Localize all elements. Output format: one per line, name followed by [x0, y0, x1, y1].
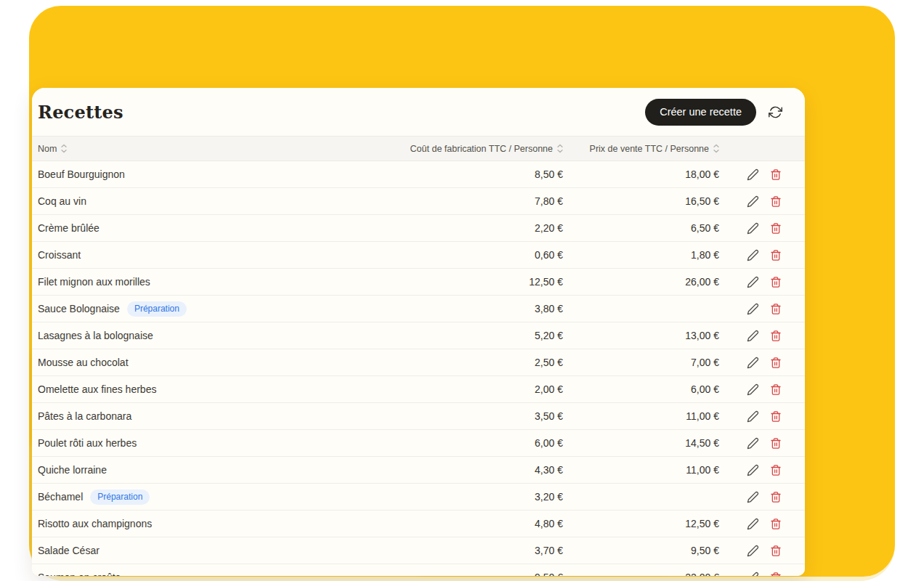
card-header: Recettes Créer une recette [32, 88, 805, 136]
sort-icon [557, 144, 563, 153]
trash-icon [770, 222, 782, 235]
trash-icon [770, 276, 782, 288]
refresh-button[interactable] [768, 105, 783, 120]
price-cell: 14,50 € [580, 437, 737, 449]
create-recipe-button[interactable]: Créer une recette [645, 99, 756, 126]
sort-icon [61, 144, 67, 153]
recipe-name: Filet mignon aux morilles [38, 276, 150, 288]
delete-recipe-button[interactable] [770, 383, 782, 396]
edit-recipe-button[interactable] [747, 168, 759, 181]
edit-recipe-button[interactable] [747, 330, 759, 342]
delete-recipe-button[interactable] [770, 303, 782, 315]
column-header-cout-fabrication[interactable]: Coût de fabrication TTC / Personne [406, 144, 580, 154]
actions-cell [737, 572, 805, 577]
column-header-nom[interactable]: Nom [32, 144, 406, 154]
recipe-name: Croissant [38, 249, 81, 261]
edit-recipe-button[interactable] [747, 357, 759, 369]
preparation-badge: Préparation [90, 489, 150, 505]
recipe-name: Béchamel [38, 491, 83, 503]
cost-cell: 12,50 € [406, 276, 580, 288]
delete-recipe-button[interactable] [770, 545, 782, 557]
edit-recipe-button[interactable] [747, 491, 759, 503]
cost-cell: 7,80 € [406, 195, 580, 207]
trash-icon [770, 357, 782, 369]
delete-recipe-button[interactable] [770, 330, 782, 342]
price-cell: 18,00 € [580, 168, 737, 180]
recipe-name: Sauce Bolognaise [38, 303, 120, 314]
recipes-card: Recettes Créer une recette Nom [32, 88, 805, 576]
edit-recipe-button[interactable] [747, 222, 759, 235]
table-row: Mousse au chocolat 2,50 € 7,00 € [32, 349, 805, 376]
edit-recipe-button[interactable] [747, 572, 759, 577]
edit-recipe-button[interactable] [747, 464, 759, 476]
delete-recipe-button[interactable] [770, 572, 782, 577]
delete-recipe-button[interactable] [770, 222, 782, 235]
table-row: Salade César 3,70 € 9,50 € [32, 537, 805, 564]
pencil-icon [747, 491, 759, 503]
edit-recipe-button[interactable] [747, 383, 759, 396]
delete-recipe-button[interactable] [770, 491, 782, 503]
actions-cell [737, 545, 805, 557]
cost-cell: 2,00 € [406, 383, 580, 395]
actions-cell [737, 249, 805, 261]
cost-cell: 3,80 € [406, 303, 580, 314]
delete-recipe-button[interactable] [770, 249, 782, 261]
recipe-name: Boeuf Bourguignon [38, 168, 125, 180]
pencil-icon [747, 330, 759, 342]
edit-recipe-button[interactable] [747, 545, 759, 557]
edit-recipe-button[interactable] [747, 276, 759, 288]
table-header-row: Nom Coût de fabrication TTC / Personne P… [32, 136, 805, 161]
recipe-name: Poulet rôti aux herbes [38, 437, 137, 449]
pencil-icon [747, 518, 759, 530]
delete-recipe-button[interactable] [770, 410, 782, 423]
trash-icon [770, 572, 782, 577]
delete-recipe-button[interactable] [770, 518, 782, 530]
edit-recipe-button[interactable] [747, 518, 759, 530]
pencil-icon [747, 276, 759, 288]
sort-icon [713, 144, 719, 153]
recipe-name: Salade César [38, 545, 100, 556]
recipe-name: Pâtes à la carbonara [38, 410, 131, 422]
trash-icon [770, 383, 782, 396]
actions-cell [737, 383, 805, 396]
name-cell: Omelette aux fines herbes [32, 383, 406, 395]
delete-recipe-button[interactable] [770, 168, 782, 181]
actions-cell [737, 410, 805, 423]
delete-recipe-button[interactable] [770, 437, 782, 450]
pencil-icon [747, 195, 759, 208]
cost-cell: 3,20 € [406, 491, 580, 503]
price-cell: 7,00 € [580, 357, 737, 368]
price-cell: 1,80 € [580, 249, 737, 261]
edit-recipe-button[interactable] [747, 195, 759, 208]
delete-recipe-button[interactable] [770, 195, 782, 208]
price-cell: 12,50 € [580, 518, 737, 529]
recipe-name: Saumon en croûte [38, 572, 121, 576]
column-header-prix-vente[interactable]: Prix de vente TTC / Personne [580, 144, 737, 154]
name-cell: Salade César [32, 545, 406, 556]
recipe-name: Quiche lorraine [38, 464, 107, 476]
name-cell: Béchamel Préparation [32, 489, 406, 505]
actions-cell [737, 518, 805, 530]
edit-recipe-button[interactable] [747, 303, 759, 315]
edit-recipe-button[interactable] [747, 437, 759, 450]
actions-cell [737, 276, 805, 288]
actions-cell [737, 303, 805, 315]
delete-recipe-button[interactable] [770, 276, 782, 288]
page-title: Recettes [38, 102, 123, 123]
name-cell: Poulet rôti aux herbes [32, 437, 406, 449]
cost-cell: 5,20 € [406, 330, 580, 341]
actions-cell [737, 464, 805, 476]
table-row: Filet mignon aux morilles 12,50 € 26,00 … [32, 269, 805, 296]
edit-recipe-button[interactable] [747, 249, 759, 261]
cost-cell: 2,50 € [406, 357, 580, 368]
cost-cell: 9,50 € [406, 572, 580, 576]
edit-recipe-button[interactable] [747, 410, 759, 423]
name-cell: Risotto aux champignons [32, 518, 406, 529]
recipe-name: Lasagnes à la bolognaise [38, 330, 153, 341]
delete-recipe-button[interactable] [770, 464, 782, 476]
trash-icon [770, 410, 782, 423]
price-cell: 6,50 € [580, 222, 737, 234]
price-cell: 26,00 € [580, 276, 737, 288]
table-row: Coq au vin 7,80 € 16,50 € [32, 188, 805, 215]
delete-recipe-button[interactable] [770, 357, 782, 369]
